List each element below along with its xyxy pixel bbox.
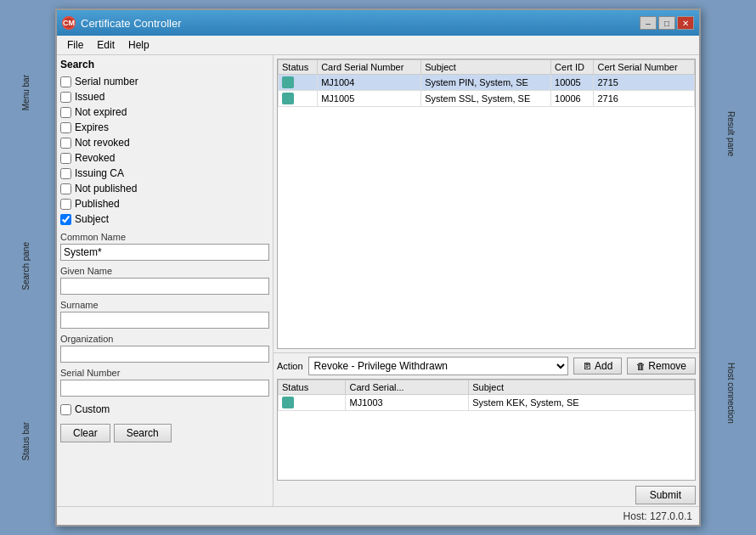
checkbox-expires[interactable]: Expires — [60, 120, 269, 135]
checkbox-revoked-label: Revoked — [75, 152, 115, 164]
minimize-button[interactable]: – — [640, 16, 657, 30]
commonname-input[interactable] — [60, 244, 269, 261]
search-button[interactable]: Search — [114, 424, 172, 442]
remove-icon: 🗑 — [636, 361, 646, 371]
remove-button[interactable]: 🗑 Remove — [627, 358, 696, 374]
host-label: Host: 127.0.0.1 — [623, 510, 692, 522]
table-row[interactable]: MJ1005 System SSL, System, SE 10006 2716 — [279, 91, 695, 107]
subject-cell: System KEK, System, SE — [469, 395, 695, 411]
surname-label: Surname — [60, 300, 269, 310]
cert-serial-cell: 2715 — [594, 75, 695, 91]
field-group-commonname: Common Name — [60, 232, 269, 261]
checkbox-serial[interactable]: Serial number — [60, 74, 269, 89]
result-table-bottom: Status Card Serial... Subject MJ1003 Sys… — [277, 379, 696, 481]
status-icon — [282, 76, 294, 88]
checkbox-published-label: Published — [75, 198, 120, 210]
checkbox-subject-input[interactable] — [60, 214, 71, 225]
close-button[interactable]: ✕ — [677, 16, 694, 30]
statusbar: Host: 127.0.0.1 — [57, 506, 699, 525]
action-select[interactable]: Revoke - Privilege Withdrawn Revoke - CA… — [308, 357, 568, 375]
maximize-button[interactable]: □ — [658, 16, 675, 30]
status-icon — [282, 93, 294, 104]
checkbox-notexpired-input[interactable] — [60, 107, 71, 118]
menu-bar-label: Menu bar — [21, 75, 31, 110]
checkbox-issued[interactable]: Issued — [60, 89, 269, 104]
result-table-top: Status Card Serial Number Subject Cert I… — [277, 59, 696, 349]
app-icon: CM — [62, 16, 76, 30]
col-card-serial: Card Serial Number — [318, 60, 421, 75]
card-serial-cell: MJ1005 — [318, 91, 421, 107]
menu-help[interactable]: Help — [121, 37, 156, 53]
menubar: File Edit Help — [57, 36, 699, 55]
checkbox-revoked[interactable]: Revoked — [60, 150, 269, 166]
submit-button[interactable]: Submit — [635, 486, 696, 504]
checkbox-notrevoked-input[interactable] — [60, 138, 71, 149]
host-connection-label: Host connection — [726, 363, 736, 424]
action-label: Action — [277, 361, 303, 371]
checkbox-issuingca[interactable]: Issuing CA — [60, 166, 269, 181]
checkbox-expires-input[interactable] — [60, 122, 71, 133]
col-cert-serial: Cert Serial Number — [594, 60, 695, 75]
checkbox-issued-input[interactable] — [60, 92, 71, 103]
checkbox-published-input[interactable] — [60, 199, 71, 210]
checkbox-serial-input[interactable] — [60, 76, 71, 87]
search-pane-label: Search pane — [21, 242, 31, 290]
organization-label: Organization — [60, 334, 269, 344]
checkbox-notexpired[interactable]: Not expired — [60, 104, 269, 120]
checkbox-published[interactable]: Published — [60, 196, 269, 211]
window-title: Certificate Controller — [81, 17, 182, 30]
checkbox-notrevoked-label: Not revoked — [75, 137, 130, 149]
menu-file[interactable]: File — [60, 37, 90, 53]
cert-id-cell: 10006 — [551, 91, 594, 107]
checkbox-issued-label: Issued — [75, 91, 104, 103]
organization-input[interactable] — [60, 346, 269, 363]
checkbox-custom[interactable]: Custom — [60, 402, 269, 417]
field-group-surname: Surname — [60, 300, 269, 329]
checkbox-notrevoked[interactable]: Not revoked — [60, 135, 269, 150]
serialnumber-label: Serial Number — [60, 368, 269, 378]
table-row[interactable]: MJ1003 System KEK, System, SE — [279, 395, 695, 411]
givenname-input[interactable] — [60, 278, 269, 295]
checkbox-notpublished-label: Not published — [75, 183, 137, 194]
checkbox-revoked-input[interactable] — [60, 153, 71, 164]
field-group-organization: Organization — [60, 334, 269, 363]
checkbox-subject[interactable]: Subject — [60, 211, 269, 227]
menu-edit[interactable]: Edit — [90, 37, 121, 53]
card-serial-cell: MJ1003 — [346, 395, 469, 411]
serialnumber-input[interactable] — [60, 380, 269, 397]
field-group-serialnumber: Serial Number — [60, 368, 269, 397]
checkbox-subject-label: Subject — [75, 213, 109, 225]
surname-input[interactable] — [60, 312, 269, 329]
subject-cell: System SSL, System, SE — [421, 91, 551, 107]
action-bar: Action Revoke - Privilege Withdrawn Revo… — [274, 352, 699, 379]
checkbox-custom-input[interactable] — [60, 404, 71, 415]
field-group-givenname: Given Name — [60, 266, 269, 295]
status-icon — [282, 397, 294, 408]
submit-bar: Submit — [274, 484, 699, 506]
col-subject: Subject — [421, 60, 551, 75]
checkbox-expires-label: Expires — [75, 121, 109, 133]
cert-id-cell: 10005 — [551, 75, 594, 91]
card-serial-cell: MJ1004 — [318, 75, 421, 91]
add-icon: 🖹 — [583, 361, 592, 371]
subject-cell: System PIN, System, SE — [421, 75, 551, 91]
status-bar-label: Status bar — [21, 422, 31, 461]
col-status: Status — [279, 60, 318, 75]
commonname-label: Common Name — [60, 232, 269, 242]
col-bottom-status: Status — [279, 380, 346, 395]
col-bottom-card-serial: Card Serial... — [346, 380, 469, 395]
add-button[interactable]: 🖹 Add — [573, 358, 622, 374]
cert-serial-cell: 2716 — [594, 91, 695, 107]
checkbox-issuingca-input[interactable] — [60, 168, 71, 179]
checkbox-notexpired-label: Not expired — [75, 106, 127, 118]
col-bottom-subject: Subject — [469, 380, 695, 395]
checkbox-notpublished-input[interactable] — [60, 183, 71, 194]
checkbox-issuingca-label: Issuing CA — [75, 167, 124, 179]
search-title: Search — [60, 59, 269, 70]
table-row[interactable]: MJ1004 System PIN, System, SE 10005 2715 — [279, 75, 695, 91]
clear-button[interactable]: Clear — [60, 424, 110, 442]
checkbox-custom-label: Custom — [75, 403, 110, 415]
givenname-label: Given Name — [60, 266, 269, 276]
result-pane: Status Card Serial Number Subject Cert I… — [274, 55, 699, 506]
checkbox-notpublished[interactable]: Not published — [60, 181, 269, 196]
